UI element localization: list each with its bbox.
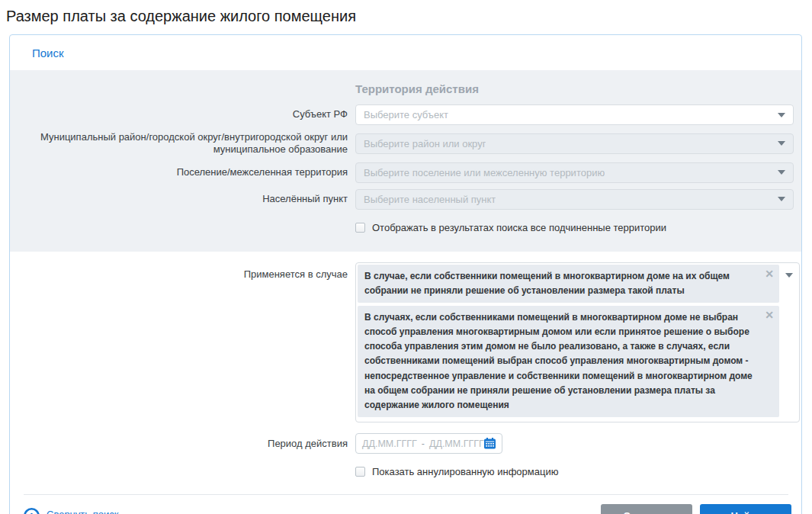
find-button[interactable]: Найти (700, 504, 791, 514)
settlement-row: Поселение/межселенная территория Выберит… (10, 162, 801, 183)
locality-row: Населённый пункт Выберите населенный пун… (10, 189, 801, 210)
period-row: Период действия ДД.ММ.ГГГГ - ДД.ММ.ГГГГ (10, 433, 801, 454)
calendar-icon[interactable] (484, 438, 496, 449)
locality-select[interactable]: Выберите населенный пункт (355, 189, 794, 210)
annulled-checkbox-label: Показать аннулированную информацию (372, 466, 558, 477)
applies-tag-text: В случае, если собственники помещений в … (364, 271, 730, 296)
chevron-down-icon (778, 141, 785, 146)
search-panel-title: Поиск (32, 47, 64, 59)
chevron-down-icon (778, 197, 785, 201)
territory-section-title: Территория действия (355, 82, 801, 95)
panel-footer: Свернуть поиск Очистить Найти (10, 495, 801, 514)
municipality-select-placeholder: Выберите район или округ (364, 138, 486, 149)
settlement-select[interactable]: Выберите поселение или межселенную терри… (355, 162, 794, 183)
date-from-placeholder: ДД.ММ.ГГГГ (362, 439, 417, 449)
municipality-row: Муниципальный район/городской округ/внут… (10, 131, 801, 156)
subject-label: Субъект РФ (27, 108, 348, 120)
collapse-circle-up-icon[interactable] (23, 507, 40, 514)
applies-tag: В случаях, если собственниками помещений… (358, 306, 779, 417)
clear-button[interactable]: Очистить (601, 504, 692, 514)
subject-row: Субъект РФ Выберите субъект (10, 104, 801, 125)
footer-buttons: Очистить Найти (601, 504, 791, 514)
annulled-checkbox-row: Показать аннулированную информацию (355, 466, 801, 477)
subject-select-placeholder: Выберите субъект (364, 109, 448, 120)
locality-label: Населённый пункт (27, 193, 348, 205)
locality-select-placeholder: Выберите населенный пункт (364, 194, 496, 205)
chevron-down-icon (778, 170, 785, 175)
chevron-down-icon (778, 113, 785, 117)
period-label: Период действия (27, 438, 348, 450)
page-title: Размер платы за содержание жилого помеще… (6, 8, 812, 25)
date-to-placeholder: ДД.ММ.ГГГГ (429, 439, 484, 449)
search-panel-header: Поиск (10, 35, 801, 70)
applies-tag: В случае, если собственники помещений в … (358, 265, 779, 303)
collapse-search-link[interactable]: Свернуть поиск (23, 507, 118, 514)
settlement-label: Поселение/межселенная территория (27, 166, 348, 178)
period-date-range-input[interactable]: ДД.ММ.ГГГГ - ДД.ММ.ГГГГ (355, 433, 502, 454)
subordinate-checkbox-label: Отображать в результатах поиска все подч… (372, 222, 666, 233)
criteria-section: Применяется в случае В случае, если собс… (10, 252, 801, 478)
applies-label: Применяется в случае (27, 262, 348, 281)
subordinate-checkbox[interactable] (355, 223, 365, 233)
territory-section: Территория действия Субъект РФ Выберите … (10, 70, 801, 252)
close-icon[interactable]: ✕ (765, 310, 774, 320)
municipality-select[interactable]: Выберите район или округ (355, 133, 794, 154)
municipality-label: Муниципальный район/городской округ/внут… (27, 131, 348, 156)
chevron-down-icon (785, 273, 793, 278)
date-range-separator: - (422, 439, 425, 449)
close-icon[interactable]: ✕ (765, 268, 774, 279)
applies-multiselect[interactable]: В случае, если собственники помещений в … (355, 262, 800, 423)
annulled-checkbox[interactable] (355, 467, 365, 477)
applies-tag-text: В случаях, если собственниками помещений… (364, 312, 753, 410)
subject-select[interactable]: Выберите субъект (355, 104, 794, 125)
search-panel: Поиск Территория действия Субъект РФ Выб… (9, 34, 802, 514)
collapse-search-label: Свернуть поиск (47, 509, 118, 514)
applies-row: Применяется в случае В случае, если собс… (10, 262, 801, 423)
subordinate-checkbox-row: Отображать в результатах поиска все подч… (355, 222, 801, 233)
settlement-select-placeholder: Выберите поселение или межселенную терри… (364, 167, 605, 178)
